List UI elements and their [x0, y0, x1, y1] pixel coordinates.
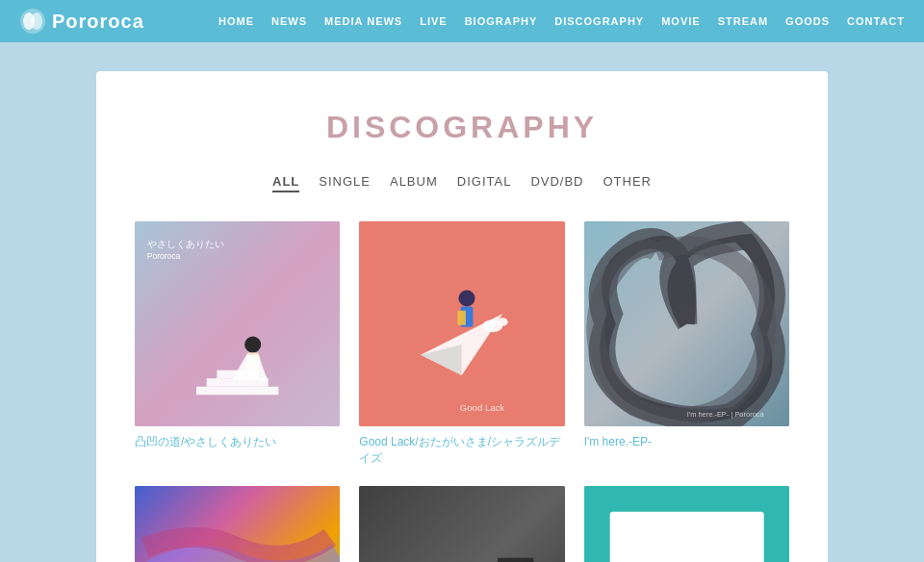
album-title-2: Good Lack/おたがいさま/シャラズルデイズ: [359, 434, 564, 467]
album-item[interactable]: Good Lack Good Lack/おたがいさま/シャラズルデイズ: [359, 221, 564, 467]
nav-news[interactable]: NEWS: [271, 15, 307, 27]
album-item[interactable]: I'm here.-EP- | Pororoca I'm here.-EP-: [584, 221, 789, 467]
filter-tab-digital[interactable]: DIGITAL: [457, 174, 512, 192]
svg-text:Pororoca: Pororoca: [147, 251, 181, 261]
main-content: DISCOGRAPHY ALL SINGLE ALBUM DIGITAL DVD…: [0, 42, 924, 562]
filter-tab-dvdbd[interactable]: DVD/BD: [530, 174, 583, 192]
svg-rect-23: [359, 486, 564, 562]
main-nav: HOME NEWS MEDIA NEWS LIVE BIOGRAPHY DISC…: [218, 15, 905, 27]
logo[interactable]: Pororoca: [19, 8, 144, 35]
svg-point-2: [31, 13, 42, 30]
album-cover-2: Good Lack: [359, 221, 564, 426]
album-item[interactable]: やさしくありたい Pororoca 凸凹の道/やさしくありたい: [135, 221, 340, 467]
svg-point-18: [498, 318, 508, 326]
svg-point-14: [459, 290, 475, 306]
site-header: Pororoca HOME NEWS MEDIA NEWS LIVE BIOGR…: [0, 0, 924, 42]
svg-rect-8: [196, 387, 278, 396]
filter-tab-album[interactable]: ALBUM: [390, 174, 438, 192]
filter-tab-all[interactable]: ALL: [272, 174, 299, 192]
svg-text:やさしくありたい: やさしくありたい: [147, 239, 224, 249]
content-box: DISCOGRAPHY ALL SINGLE ALBUM DIGITAL DVD…: [96, 71, 828, 562]
svg-rect-36: [609, 512, 763, 562]
nav-biography[interactable]: BIOGRAPHY: [465, 15, 538, 27]
svg-text:Good Lack: Good Lack: [460, 402, 505, 413]
logo-icon: [19, 8, 46, 35]
svg-rect-16: [458, 311, 467, 325]
nav-discography[interactable]: DISCOGRAPHY: [554, 15, 644, 27]
album-item[interactable]: [135, 486, 340, 562]
album-item[interactable]: Pororoca: [584, 486, 789, 562]
logo-text: Pororoca: [52, 11, 144, 33]
nav-media-news[interactable]: MEDIA NEWS: [324, 15, 402, 27]
filter-tab-single[interactable]: SINGLE: [319, 174, 371, 192]
nav-live[interactable]: LIVE: [420, 15, 447, 27]
nav-goods[interactable]: GOODS: [785, 15, 830, 27]
filter-tabs: ALL SINGLE ALBUM DIGITAL DVD/BD OTHER: [135, 174, 789, 192]
album-cover-1: やさしくありたい Pororoca: [135, 221, 340, 426]
album-title-3: I'm here.-EP-: [584, 434, 789, 450]
album-cover-3: I'm here.-EP- | Pororoca: [584, 221, 789, 426]
album-cover-5: [359, 486, 564, 562]
nav-movie[interactable]: MOVIE: [661, 15, 700, 27]
svg-rect-27: [498, 558, 533, 562]
svg-point-9: [244, 336, 261, 352]
nav-home[interactable]: HOME: [218, 15, 254, 27]
page-title: DISCOGRAPHY: [135, 110, 789, 145]
album-grid: やさしくありたい Pororoca 凸凹の道/やさしくありたい: [135, 221, 789, 562]
album-item[interactable]: [359, 486, 564, 562]
svg-text:I'm here.-EP- | Pororoca: I'm here.-EP- | Pororoca: [686, 410, 764, 419]
nav-stream[interactable]: STREAM: [718, 15, 768, 27]
filter-tab-other[interactable]: OTHER: [603, 174, 653, 192]
album-cover-6: Pororoca: [584, 486, 789, 562]
album-cover-4: [135, 486, 340, 562]
album-title-1: 凸凹の道/やさしくありたい: [135, 434, 340, 450]
nav-contact[interactable]: CONTACT: [847, 15, 905, 27]
